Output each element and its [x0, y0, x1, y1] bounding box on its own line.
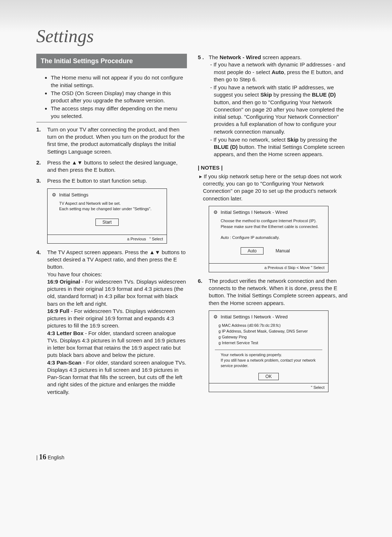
footer-hint: " Select: [149, 237, 163, 241]
step-number: 6.: [198, 277, 209, 307]
step-lead-b: Network - Wired: [220, 54, 261, 60]
right-column: 5 . The Network - Wired screen appears. …: [198, 54, 348, 399]
footer-bar: |: [36, 455, 38, 460]
bullet-item: The OSD (On Screen Display) may change i…: [51, 90, 187, 105]
step-number: 1.: [36, 126, 47, 155]
divider: [215, 350, 322, 350]
steps-list-right: 5 . The Network - Wired screen appears. …: [198, 54, 348, 159]
left-column: The Initial Settings Procedure The Home …: [36, 54, 187, 399]
step-choices-label: You have four choices:: [47, 271, 102, 277]
aspect-43-letterbox: 4:3 Letter Box: [47, 330, 83, 336]
status-hint: If you still have a network problem, con…: [221, 358, 322, 368]
step-number: 4.: [36, 249, 47, 396]
step-number: 2.: [36, 159, 47, 174]
section-heading: The Initial Settings Procedure: [36, 54, 187, 68]
step-body: The TV Aspect screen appears. Press the …: [47, 249, 187, 396]
status-line: Your network is operating properly.: [221, 352, 322, 358]
screen-header: ⚙ Initial Settings I Network - Wired: [209, 311, 328, 322]
screen-footer: a Previous d Skip < Move " Select: [209, 263, 328, 272]
blue-d-keyword: BLUE (D): [312, 91, 336, 98]
screen-header: ⚙ Initial Settings: [48, 189, 167, 200]
screen-initial-settings: ⚙ Initial Settings TV Aspect and Network…: [47, 188, 167, 244]
screen-button-row: OK: [209, 371, 328, 383]
steps-list-right-2: 6. The product verifies the network conn…: [198, 277, 348, 307]
step-2: 2. Press the ▲▼ buttons to select the de…: [36, 159, 187, 174]
steps-list-left: 1. Turn on your TV after connecting the …: [36, 126, 187, 185]
screen-header: ⚙ Initial Settings I Network - Wired: [209, 206, 328, 217]
footer-language: English: [48, 455, 64, 460]
screen-footer: a Previous " Select: [48, 235, 167, 243]
screen-footer: " Select: [209, 383, 328, 392]
page-title: Settings: [36, 25, 348, 46]
t: button, and then go to "Configuring Your…: [214, 99, 344, 135]
bullet-item: The Home menu will not appear if you do …: [51, 74, 187, 89]
auto-keyword: Auto: [271, 69, 284, 75]
t: If you have no network, select: [213, 137, 287, 143]
internet-test-line: Internet Service Test: [219, 340, 322, 346]
step-4: 4. The TV Aspect screen appears. Press t…: [36, 249, 187, 396]
step-1: 1. Turn on your TV after connecting the …: [36, 126, 187, 155]
t: by pressing the: [272, 91, 312, 98]
screen-network-wired-method: ⚙ Initial Settings I Network - Wired Cho…: [209, 206, 328, 272]
skip-keyword: Skip: [287, 137, 299, 143]
notes-heading: | NOTES |: [198, 163, 348, 173]
step-text: Press the E button to start function set…: [47, 177, 187, 184]
screen-line: Choose the method to configure Internet …: [221, 218, 322, 224]
dash-item: If you have no network, select Skip by p…: [209, 136, 348, 158]
two-column-layout: The Initial Settings Procedure The Home …: [36, 54, 348, 399]
step-text: Press the ▲▼ buttons to select the desir…: [47, 159, 187, 174]
steps-list-left-2: 4. The TV Aspect screen appears. Press t…: [36, 249, 187, 396]
screen-title: Initial Settings: [59, 192, 89, 198]
screen-body: Choose the method to configure Internet …: [209, 217, 328, 244]
screen-line: TV Aspect and Network will be set.: [59, 201, 160, 206]
ip-info-line: IP Address, Subnet Mask, Gateway, DNS Se…: [219, 329, 322, 334]
screen-title: Initial Settings I Network - Wired: [221, 209, 288, 215]
gear-icon: ⚙: [52, 192, 56, 198]
screen-title: Initial Settings I Network - Wired: [221, 314, 288, 320]
dash-item: If you have a network with static IP add…: [209, 84, 348, 135]
manual-page: Settings The Initial Settings Procedure …: [36, 25, 348, 399]
auto-button[interactable]: Auto: [241, 247, 264, 255]
skip-keyword: Skip: [260, 91, 272, 98]
footer-hint: a Previous: [127, 237, 146, 241]
step-number: 5 .: [198, 54, 209, 159]
step-body: The Network - Wired screen appears. If y…: [209, 54, 348, 159]
dash-item: If you have a network with dynamic IP ad…: [209, 61, 348, 83]
notes-text: If you skip network setup here or the se…: [198, 173, 348, 202]
step-text: The product verifies the network connect…: [209, 277, 348, 307]
step-lead: The TV Aspect screen appears. Press the …: [47, 249, 185, 270]
screen-body: TV Aspect and Network will be set. Each …: [48, 199, 167, 215]
screen-button-row: Start: [48, 215, 167, 235]
blue-d-keyword: BLUE (D): [214, 144, 238, 150]
gear-icon: ⚙: [213, 209, 218, 216]
step-lead-c: screen appears.: [261, 54, 302, 60]
screen-button-row: Auto Manual: [209, 244, 328, 263]
page-footer: | 16 English: [36, 453, 64, 461]
step5-dash-list: If you have a network with dynamic IP ad…: [209, 61, 348, 158]
screen-line: Auto : Configure IP automatically.: [221, 235, 322, 240]
screen-line: Each setting may be changed later under …: [59, 206, 160, 212]
screen-network-wired-status: ⚙ Initial Settings I Network - Wired MAC…: [209, 310, 328, 392]
step-number: 3.: [36, 177, 47, 184]
step-3: 3. Press the E button to start function …: [36, 177, 187, 184]
aspect-169-original: 16:9 Original: [47, 278, 80, 285]
mac-address-line: MAC Address (d0:66:7b:dc:28:fc): [219, 323, 322, 328]
screen-line: Please make sure that the Ethernet cable…: [221, 224, 322, 229]
step-lead-a: The: [209, 54, 220, 60]
manual-button[interactable]: Manual: [269, 248, 296, 254]
screen-body: Your network is operating properly. If y…: [209, 352, 328, 371]
step-6: 6. The product verifies the network conn…: [198, 277, 348, 307]
page-number: 16: [39, 453, 46, 461]
t: by pressing the: [298, 137, 337, 143]
step-text: Turn on your TV after connecting the pro…: [47, 126, 187, 155]
aspect-43-panscan: 4:3 Pan-Scan: [47, 359, 81, 366]
aspect-169-full: 16:9 Full: [47, 308, 69, 314]
step-5: 5 . The Network - Wired screen appears. …: [198, 54, 348, 159]
network-test-list: MAC Address (d0:66:7b:dc:28:fc) IP Addre…: [215, 322, 322, 346]
bullet-item: The access steps may differ depending on…: [51, 105, 187, 120]
ok-button[interactable]: OK: [258, 373, 278, 380]
start-button[interactable]: Start: [95, 219, 118, 226]
divider: [36, 122, 187, 122]
intro-bullets: The Home menu will not appear if you do …: [36, 74, 187, 120]
gateway-ping-line: Gateway Ping: [219, 334, 322, 340]
